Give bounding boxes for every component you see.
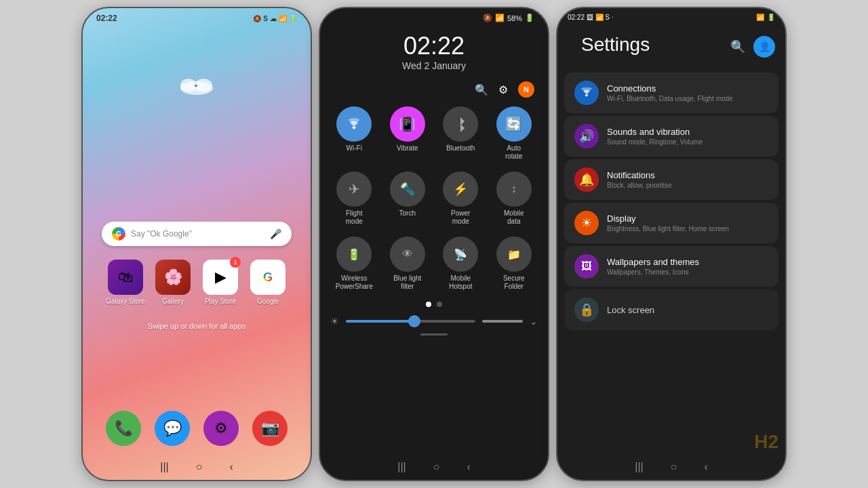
wallpapers-subtitle: Wallpapers, Themes, Icons	[607, 268, 768, 276]
qs-brightness-slider[interactable]: ☀ ⌄	[320, 312, 548, 330]
phone-quicksettings: 🔕 📶 58% 🔋 02:22 Wed 2 January 🔍 ⚙ N	[319, 7, 549, 481]
app-play-store[interactable]: ▶ 1 Play Store	[200, 260, 241, 305]
qs-tile-vibrate[interactable]: 📳 Vibrate	[384, 106, 432, 161]
phone3-avatar[interactable]: 👤	[753, 36, 775, 58]
sounds-title: Sounds and vibration	[607, 127, 768, 137]
qs-settings-icon[interactable]: ⚙	[498, 83, 508, 96]
phone1-nav-recent[interactable]: |||	[160, 461, 168, 473]
qs-tile-secure[interactable]: 📁 SecureFolder	[490, 237, 538, 291]
notifications-subtitle: Block, allow, prioritise	[607, 182, 768, 189]
app-gallery[interactable]: 🌸 Gallery	[153, 260, 193, 305]
notifications-icon-wrap: 🔔	[574, 167, 599, 192]
qs-label-wireless: WirelessPowerShare	[336, 274, 373, 291]
phone3-search-icon[interactable]: 🔍	[730, 39, 745, 54]
dock-camera[interactable]: 📷	[252, 411, 288, 446]
qs-icon-wifi	[336, 106, 372, 142]
phone2-battery-text: 58%	[507, 14, 522, 22]
qs-grid-row3: 🔋 WirelessPowerShare 👁 Blue lightfilter …	[320, 231, 548, 296]
phone3-status-bar: 02:22 🖼 📶 S · 📶 🔋	[557, 8, 785, 24]
connections-subtitle: Wi-Fi, Bluetooth, Data usage, Flight mod…	[607, 95, 768, 102]
dock-phone[interactable]: 📞	[106, 411, 141, 446]
settings-item-lockscreen[interactable]: 🔒 Lock screen	[564, 289, 778, 330]
phone1-icon-s: S	[263, 15, 268, 22]
qs-label-wifi: Wi-Fi	[347, 144, 362, 152]
qs-tile-bluetooth[interactable]: Bluetooth	[437, 106, 485, 161]
google-search-bar[interactable]: G Say "Ok Google" 🎤	[102, 222, 292, 246]
phone3-signal: 📶	[756, 14, 764, 21]
display-text: Display Brightness, Blue light filter, H…	[607, 214, 768, 232]
dock-settings[interactable]: ⚙	[203, 411, 239, 446]
brightness-thumb[interactable]	[408, 315, 420, 327]
qs-tile-powermode[interactable]: ⚡ Powermode	[437, 171, 485, 226]
phone-settings: 02:22 🖼 📶 S · 📶 🔋 Settings 🔍 👤	[556, 7, 787, 481]
phone2-nav-back[interactable]: ‹	[467, 461, 470, 473]
qs-tile-autorotate[interactable]: 🔄 Autorotate	[490, 106, 538, 161]
qs-tile-flightmode[interactable]: ✈ Flightmode	[330, 171, 378, 226]
phone3-nav-home[interactable]: ○	[671, 461, 677, 473]
qs-grid-row2: ✈ Flightmode 🔦 Torch ⚡ Powermode ↕	[320, 166, 548, 231]
settings-item-display[interactable]: ☀ Display Brightness, Blue light filter,…	[564, 203, 778, 243]
watermark: H2	[754, 431, 778, 453]
sounds-icon-wrap: 🔊	[574, 124, 599, 148]
phone2-nav-home[interactable]: ○	[433, 461, 440, 473]
sounds-text: Sounds and vibration Sound mode, Rington…	[607, 127, 768, 146]
settings-item-sounds[interactable]: 🔊 Sounds and vibration Sound mode, Ringt…	[564, 116, 778, 157]
display-icon: ☀	[581, 216, 592, 230]
qs-dot-2	[437, 302, 442, 307]
qs-page-dots	[320, 296, 548, 312]
sounds-subtitle: Sound mode, Ringtone, Volume	[607, 138, 768, 146]
phone3-nav-recent[interactable]: |||	[635, 461, 643, 473]
app-galaxy-store[interactable]: 🛍 Galaxy Store	[105, 260, 146, 305]
qs-label-bluetooth: Bluetooth	[446, 144, 475, 152]
connections-icon-wrap	[574, 81, 599, 105]
qs-tile-wifi[interactable]: Wi-Fi	[330, 106, 378, 161]
lockscreen-text: Lock screen	[607, 305, 768, 315]
phone2-status-bar: 🔕 📶 58% 🔋	[320, 8, 548, 25]
phone1-battery: 🔋	[289, 15, 297, 22]
mic-icon[interactable]: 🎤	[270, 228, 281, 239]
brightness-track[interactable]	[346, 320, 475, 323]
phone1-status-bar: 02:22 🔕 S ☁ 📶 🔋	[83, 8, 311, 28]
settings-item-connections[interactable]: Connections Wi-Fi, Bluetooth, Data usage…	[564, 73, 778, 113]
phone2-time-large: 02:22	[320, 25, 548, 60]
qs-tile-wireless[interactable]: 🔋 WirelessPowerShare	[330, 237, 378, 291]
app-label-gallery: Gallery	[162, 298, 184, 305]
phone1-dock: 📞 💬 ⚙ 📷	[83, 411, 311, 446]
phone2-nav-recent[interactable]: |||	[397, 461, 406, 473]
app-google[interactable]: G Google	[248, 260, 288, 305]
settings-item-notifications[interactable]: 🔔 Notifications Block, allow, prioritise	[564, 159, 778, 200]
app-label-galaxy-store: Galaxy Store	[106, 298, 145, 305]
qs-grid-row1: Wi-Fi 📳 Vibrate Bluet	[320, 101, 548, 166]
lockscreen-icon: 🔒	[579, 302, 594, 317]
settings-item-wallpapers[interactable]: 🖼 Wallpapers and themes Wallpapers, Them…	[564, 246, 778, 287]
qs-tile-mobiledata[interactable]: ↕ Mobiledata	[490, 171, 538, 226]
phone-home: 02:22 🔕 S ☁ 📶 🔋 +	[81, 7, 312, 481]
qs-icon-secure: 📁	[496, 237, 532, 272]
phone3-status-right: 📶 🔋	[756, 14, 775, 21]
phone3-status-left: 02:22 🖼 📶 S ·	[568, 14, 614, 21]
qs-icon-bluetooth	[443, 106, 478, 142]
cloud-widget[interactable]: +	[176, 69, 217, 100]
phone1-icon-mute: 🔕	[253, 15, 261, 22]
app-label-google: Google	[257, 298, 279, 305]
app-grid: 🛍 Galaxy Store 🌸 Gallery ▶ 1 Play Store	[105, 260, 288, 305]
wallpapers-title: Wallpapers and themes	[607, 257, 768, 267]
qs-tile-bluelight[interactable]: 👁 Blue lightfilter	[384, 237, 432, 291]
qs-search-icon[interactable]: 🔍	[475, 83, 488, 96]
qs-dot-1	[426, 302, 431, 307]
display-icon-wrap: ☀	[574, 211, 599, 235]
settings-list: Connections Wi-Fi, Bluetooth, Data usage…	[557, 69, 785, 333]
phone2-signal-icon: 📶	[495, 14, 505, 22]
qs-avatar[interactable]: N	[518, 81, 534, 98]
brightness-chevron[interactable]: ⌄	[530, 316, 538, 327]
connections-text: Connections Wi-Fi, Bluetooth, Data usage…	[607, 83, 768, 102]
phone1-nav-back[interactable]: ‹	[229, 461, 233, 473]
qs-label-hotspot: MobileHotspot	[449, 274, 472, 291]
qs-tile-torch[interactable]: 🔦 Torch	[384, 171, 432, 226]
dock-messages[interactable]: 💬	[155, 411, 190, 446]
qs-tile-hotspot[interactable]: 📡 MobileHotspot	[437, 237, 485, 291]
phone1-nav-home[interactable]: ○	[196, 461, 203, 473]
phone3-nav-back[interactable]: ‹	[704, 461, 707, 473]
phone3-battery: 🔋	[767, 14, 775, 21]
phone2-date: Wed 2 January	[320, 60, 548, 78]
